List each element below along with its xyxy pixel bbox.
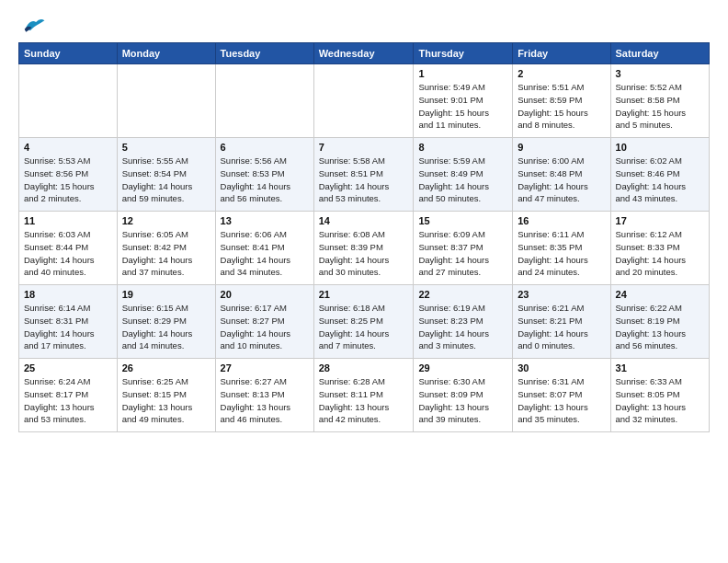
day-info: Sunrise: 5:58 AMSunset: 8:51 PMDaylight:… — [319, 155, 409, 205]
calendar-cell: 2Sunrise: 5:51 AMSunset: 8:59 PMDaylight… — [513, 64, 610, 138]
day-info: Sunrise: 6:25 AMSunset: 8:15 PMDaylight:… — [122, 375, 210, 426]
calendar-cell — [117, 64, 215, 138]
calendar: SundayMondayTuesdayWednesdayThursdayFrid… — [18, 42, 710, 432]
day-info: Sunrise: 6:31 AMSunset: 8:07 PMDaylight:… — [518, 375, 605, 426]
calendar-cell: 11Sunrise: 6:03 AMSunset: 8:44 PMDayligh… — [19, 212, 118, 285]
day-info: Sunrise: 6:21 AMSunset: 8:21 PMDaylight:… — [518, 302, 605, 352]
week-row-2: 4Sunrise: 5:53 AMSunset: 8:56 PMDaylight… — [19, 138, 710, 212]
day-number: 12 — [122, 215, 210, 226]
calendar-cell: 22Sunrise: 6:19 AMSunset: 8:23 PMDayligh… — [414, 285, 513, 359]
day-number: 21 — [319, 289, 409, 300]
day-number: 9 — [518, 142, 605, 153]
logo — [18, 15, 46, 33]
calendar-cell: 23Sunrise: 6:21 AMSunset: 8:21 PMDayligh… — [513, 285, 610, 359]
calendar-cell: 30Sunrise: 6:31 AMSunset: 8:07 PMDayligh… — [513, 359, 610, 432]
logo-bird-icon — [20, 15, 46, 35]
weekday-header-row: SundayMondayTuesdayWednesdayThursdayFrid… — [19, 43, 710, 64]
calendar-cell: 27Sunrise: 6:27 AMSunset: 8:13 PMDayligh… — [215, 359, 313, 432]
day-number: 4 — [24, 142, 112, 153]
day-number: 27 — [221, 362, 309, 373]
day-number: 15 — [418, 215, 507, 226]
day-info: Sunrise: 6:06 AMSunset: 8:41 PMDaylight:… — [221, 228, 309, 279]
calendar-cell: 29Sunrise: 6:30 AMSunset: 8:09 PMDayligh… — [414, 359, 513, 432]
calendar-cell: 3Sunrise: 5:52 AMSunset: 8:58 PMDaylight… — [610, 64, 709, 138]
header — [18, 15, 710, 33]
day-info: Sunrise: 6:05 AMSunset: 8:42 PMDaylight:… — [122, 228, 210, 279]
day-info: Sunrise: 6:14 AMSunset: 8:31 PMDaylight:… — [24, 302, 112, 352]
day-number: 23 — [518, 289, 605, 300]
day-number: 26 — [122, 362, 210, 373]
calendar-cell: 4Sunrise: 5:53 AMSunset: 8:56 PMDaylight… — [19, 138, 118, 212]
day-info: Sunrise: 6:08 AMSunset: 8:39 PMDaylight:… — [319, 228, 409, 279]
day-info: Sunrise: 5:49 AMSunset: 9:01 PMDaylight:… — [418, 81, 507, 132]
calendar-cell: 17Sunrise: 6:12 AMSunset: 8:33 PMDayligh… — [610, 212, 709, 285]
weekday-header-wednesday: Wednesday — [313, 43, 414, 64]
day-info: Sunrise: 5:55 AMSunset: 8:54 PMDaylight:… — [122, 155, 210, 205]
calendar-cell: 28Sunrise: 6:28 AMSunset: 8:11 PMDayligh… — [313, 359, 414, 432]
calendar-cell: 6Sunrise: 5:56 AMSunset: 8:53 PMDaylight… — [215, 138, 313, 212]
calendar-cell: 7Sunrise: 5:58 AMSunset: 8:51 PMDaylight… — [313, 138, 414, 212]
day-info: Sunrise: 5:56 AMSunset: 8:53 PMDaylight:… — [221, 155, 309, 205]
day-number: 28 — [319, 362, 409, 373]
calendar-cell: 9Sunrise: 6:00 AMSunset: 8:48 PMDaylight… — [513, 138, 610, 212]
calendar-cell: 1Sunrise: 5:49 AMSunset: 9:01 PMDaylight… — [414, 64, 513, 138]
page: SundayMondayTuesdayWednesdayThursdayFrid… — [0, 0, 728, 563]
calendar-cell: 25Sunrise: 6:24 AMSunset: 8:17 PMDayligh… — [19, 359, 118, 432]
week-row-1: 1Sunrise: 5:49 AMSunset: 9:01 PMDaylight… — [19, 64, 710, 138]
day-info: Sunrise: 6:15 AMSunset: 8:29 PMDaylight:… — [122, 302, 210, 352]
calendar-cell: 14Sunrise: 6:08 AMSunset: 8:39 PMDayligh… — [313, 212, 414, 285]
calendar-cell: 21Sunrise: 6:18 AMSunset: 8:25 PMDayligh… — [313, 285, 414, 359]
calendar-cell — [19, 64, 118, 138]
week-row-4: 18Sunrise: 6:14 AMSunset: 8:31 PMDayligh… — [19, 285, 710, 359]
day-number: 2 — [518, 68, 605, 79]
day-number: 7 — [319, 142, 409, 153]
day-info: Sunrise: 6:18 AMSunset: 8:25 PMDaylight:… — [319, 302, 409, 352]
calendar-cell: 5Sunrise: 5:55 AMSunset: 8:54 PMDaylight… — [117, 138, 215, 212]
weekday-header-sunday: Sunday — [19, 43, 118, 64]
day-info: Sunrise: 6:02 AMSunset: 8:46 PMDaylight:… — [616, 155, 704, 205]
day-info: Sunrise: 6:19 AMSunset: 8:23 PMDaylight:… — [418, 302, 507, 352]
weekday-header-monday: Monday — [117, 43, 215, 64]
day-number: 29 — [418, 362, 507, 373]
calendar-cell: 18Sunrise: 6:14 AMSunset: 8:31 PMDayligh… — [19, 285, 118, 359]
calendar-cell: 20Sunrise: 6:17 AMSunset: 8:27 PMDayligh… — [215, 285, 313, 359]
calendar-cell: 8Sunrise: 5:59 AMSunset: 8:49 PMDaylight… — [414, 138, 513, 212]
week-row-3: 11Sunrise: 6:03 AMSunset: 8:44 PMDayligh… — [19, 212, 710, 285]
calendar-cell: 19Sunrise: 6:15 AMSunset: 8:29 PMDayligh… — [117, 285, 215, 359]
weekday-header-saturday: Saturday — [610, 43, 709, 64]
day-info: Sunrise: 5:51 AMSunset: 8:59 PMDaylight:… — [518, 81, 605, 132]
day-number: 25 — [24, 362, 112, 373]
calendar-cell — [313, 64, 414, 138]
calendar-cell: 24Sunrise: 6:22 AMSunset: 8:19 PMDayligh… — [610, 285, 709, 359]
calendar-cell: 26Sunrise: 6:25 AMSunset: 8:15 PMDayligh… — [117, 359, 215, 432]
calendar-cell: 15Sunrise: 6:09 AMSunset: 8:37 PMDayligh… — [414, 212, 513, 285]
day-number: 10 — [616, 142, 704, 153]
day-number: 24 — [616, 289, 704, 300]
day-number: 14 — [319, 215, 409, 226]
day-number: 5 — [122, 142, 210, 153]
calendar-cell: 10Sunrise: 6:02 AMSunset: 8:46 PMDayligh… — [610, 138, 709, 212]
day-info: Sunrise: 6:17 AMSunset: 8:27 PMDaylight:… — [221, 302, 309, 352]
day-info: Sunrise: 6:30 AMSunset: 8:09 PMDaylight:… — [418, 375, 507, 426]
week-row-5: 25Sunrise: 6:24 AMSunset: 8:17 PMDayligh… — [19, 359, 710, 432]
calendar-cell: 16Sunrise: 6:11 AMSunset: 8:35 PMDayligh… — [513, 212, 610, 285]
calendar-cell: 13Sunrise: 6:06 AMSunset: 8:41 PMDayligh… — [215, 212, 313, 285]
day-number: 13 — [221, 215, 309, 226]
day-number: 3 — [616, 68, 704, 79]
day-info: Sunrise: 5:53 AMSunset: 8:56 PMDaylight:… — [24, 155, 112, 205]
day-number: 19 — [122, 289, 210, 300]
day-info: Sunrise: 6:00 AMSunset: 8:48 PMDaylight:… — [518, 155, 605, 205]
calendar-cell: 12Sunrise: 6:05 AMSunset: 8:42 PMDayligh… — [117, 212, 215, 285]
weekday-header-tuesday: Tuesday — [215, 43, 313, 64]
day-info: Sunrise: 6:28 AMSunset: 8:11 PMDaylight:… — [319, 375, 409, 426]
weekday-header-thursday: Thursday — [414, 43, 513, 64]
day-number: 22 — [418, 289, 507, 300]
day-number: 11 — [24, 215, 112, 226]
day-number: 1 — [418, 68, 507, 79]
day-number: 16 — [518, 215, 605, 226]
day-number: 8 — [418, 142, 507, 153]
day-info: Sunrise: 5:52 AMSunset: 8:58 PMDaylight:… — [616, 81, 704, 132]
weekday-header-friday: Friday — [513, 43, 610, 64]
day-number: 18 — [24, 289, 112, 300]
day-info: Sunrise: 6:33 AMSunset: 8:05 PMDaylight:… — [616, 375, 704, 426]
